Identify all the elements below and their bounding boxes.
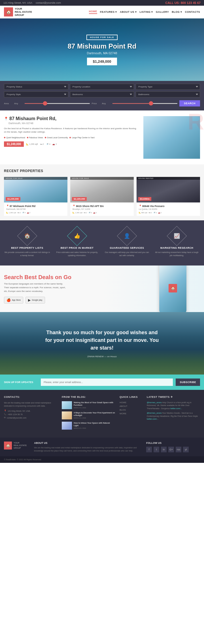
tweet-link-1[interactable]: twitter.com/... — [170, 407, 182, 409]
quick-link-blog[interactable]: BLOG — [120, 409, 142, 411]
quick-link-about[interactable]: ABOUT — [120, 405, 142, 407]
feature-title-4: MARKETING RESEARCH — [154, 246, 200, 249]
stat-sqft-3: 📐 886 sqft — [139, 212, 147, 214]
for-sale-badge: HOUSE FOR SALE — [86, 35, 117, 40]
nav-home[interactable]: HOME — [89, 10, 97, 14]
feature-icon-wrap-2: 👍 — [67, 226, 87, 246]
property-card-stats-2: 📐 1,296 sqft 🛏 2 🚿 5 🚗 3 — [73, 212, 131, 214]
footer-follow-title: FOLLOW US — [146, 442, 200, 444]
footer-contacts-title: CONTACTS: — [4, 396, 57, 398]
youtube-icon[interactable]: yt — [183, 447, 189, 452]
feature-icon-wrap-1: 🏠 — [17, 226, 37, 246]
app-store-label: App Store — [12, 299, 21, 301]
nav-about[interactable]: ABOUT US ▾ — [120, 11, 137, 13]
rss-icon[interactable]: rss — [176, 447, 181, 452]
property-card-body-3: 📍 80646 Via Pessaro La Quinta, CA 92453 … — [137, 202, 200, 216]
app-store-button[interactable]: 🍎 App Store — [4, 297, 23, 304]
footer-tweet-2: @hermes_anora Your Mastico Goods - NeoCa… — [147, 412, 200, 421]
footer-logo[interactable]: 🏠 YOUR REAL ESTATE GROUP — [4, 442, 27, 449]
area-range-input[interactable] — [24, 103, 90, 104]
feature-title-1: BEST PROPERTY LISTS — [4, 246, 50, 249]
thumbsup-icon: 👍 — [74, 233, 80, 239]
testimonial-content: Thank you so much for your good wishes a… — [31, 320, 173, 366]
footer-logo-icon: 🏠 — [4, 442, 12, 449]
signup-section: SIGN UP FOR UPDATES SUBSCRIBE — [0, 375, 204, 390]
nav-gallery[interactable]: GALLERY — [156, 11, 169, 13]
phone-label: CALL US: — [165, 1, 180, 5]
top-bar-email: contact@yoursite.com — [36, 1, 61, 4]
stat-bed-1: 🛏 2 — [18, 212, 21, 214]
tweet-link-2[interactable]: twitter.com/... — [147, 418, 158, 420]
property-price-badge: $1,249,000 — [4, 141, 24, 147]
facebook-icon[interactable]: f — [146, 447, 152, 452]
prop-stat-bed: 🛏 2 — [40, 143, 44, 145]
property-card-address-3: 📍 80646 Via Pessaro — [139, 205, 198, 208]
copyright-text: © RealEstate. © 2022 All Rights Reserved… — [4, 459, 42, 461]
logo-icon: 🏠 — [4, 7, 13, 16]
feature-icon-wrap-4: 📈 — [167, 226, 187, 246]
footer-blog-img-2 — [62, 411, 72, 419]
nav-listing[interactable]: LISTING ▾ — [139, 11, 153, 13]
feature-desc-4: All our marketing researchers today have… — [154, 251, 200, 257]
properties-grid: HOUSE FOR SALE $1,249,000 📍 87 Mishaum P… — [4, 177, 200, 216]
property-card-address-2: 📍 9615 Shore Rd APT BA — [73, 205, 131, 208]
stat-bed-3: 🛏 2 — [149, 212, 152, 214]
stat-bath-2: 🚿 5 — [88, 212, 92, 214]
subscribe-button[interactable]: SUBSCRIBE — [176, 379, 200, 386]
search-bar: Property Status Property Location Proper… — [0, 81, 204, 110]
price-label: Price — [92, 102, 100, 105]
app-title: Search Best Deals on Go — [4, 274, 200, 281]
twitter-icon[interactable]: t — [154, 447, 159, 452]
bathrooms-select[interactable]: Bathrooms — [136, 91, 200, 97]
property-card-city-2: Brooklyn, NY 11209 — [73, 208, 131, 210]
feature-dot-2 — [27, 137, 28, 138]
property-card-name-1: 87 Mishaum Point Rd — [10, 205, 35, 208]
area-range-row: Area Any Price Any SEARCH — [4, 99, 200, 108]
linkedin-icon[interactable]: in — [161, 447, 167, 452]
property-detail-left: 📍 87 Mishaum Point Rd, Dartmouth, MA 027… — [4, 116, 139, 159]
footer-blog-date-3: MARCH 9, 2016 — [74, 427, 115, 429]
chart-icon: 📈 — [174, 233, 180, 239]
property-card-img-1: HOUSE FOR SALE $1,249,000 — [4, 177, 67, 202]
logo[interactable]: 🏠 YOUR REAL ESTATE GROUP — [4, 7, 32, 16]
property-meta: $1,249,000 📐 1,296 sqft 🛏 2 🚿 4 🚗 2 — [4, 141, 139, 147]
pin-icon-1: 📍 — [6, 205, 9, 207]
area-any-label: Any — [14, 102, 23, 105]
stat-garage-2: 🚗 3 — [93, 212, 97, 214]
search-row-1: Property Status Property Location Proper… — [4, 84, 200, 90]
property-card-3[interactable]: HOUSE RENTED $3,449/m 📍 80646 Via Pessar… — [137, 177, 200, 216]
property-card-price-2: $2,189,000 — [72, 197, 87, 201]
property-card-2[interactable]: HOUSE FOR SALE $2,189,000 📍 9615 Shore R… — [70, 177, 134, 216]
footer-quicklinks-title: QUICK LINKS — [120, 396, 142, 398]
feature-desc-1: We provide consumers with a content rich… — [4, 251, 50, 257]
address-icon: 📍 — [4, 410, 7, 412]
property-card-1[interactable]: HOUSE FOR SALE $1,249,000 📍 87 Mishaum P… — [4, 177, 67, 216]
googleplus-icon[interactable]: G+ — [168, 447, 174, 452]
quick-link-more[interactable]: MORE — [120, 412, 142, 415]
property-image-bg — [143, 116, 200, 159]
nav-blog[interactable]: BLOG ▾ — [172, 11, 182, 13]
stat-sqft-2: 📐 1,296 sqft — [73, 212, 82, 214]
search-button[interactable]: SEARCH — [179, 100, 200, 106]
signup-email-input[interactable] — [41, 379, 173, 386]
google-play-label: Google play — [32, 299, 42, 301]
tweet-handle-2: @hermes_anora — [147, 412, 162, 414]
stat-garage-3: 🚗 2 — [158, 212, 162, 214]
footer-contacts-desc: We are the leading real estate and renta… — [4, 401, 57, 407]
google-play-button[interactable]: ▶ Google play — [26, 297, 45, 304]
property-style-select[interactable]: Property Style — [4, 91, 68, 97]
property-status-select[interactable]: Property Status — [4, 84, 68, 90]
quick-link-home[interactable]: HOME — [120, 401, 142, 404]
footer-tweets-col: LATEST TWEETS ✈ @hermes_anora Holy Churc… — [147, 396, 200, 432]
property-type-select[interactable]: Property Type — [136, 84, 200, 90]
nav-features[interactable]: FEATURES ▾ — [100, 11, 117, 13]
signup-label: SIGN UP FOR UPDATES — [4, 381, 38, 384]
footer-copyright: © RealEstate. © 2022 All Rights Reserved… — [0, 456, 204, 463]
price-range-input[interactable] — [112, 103, 178, 104]
property-location-select[interactable]: Property Location — [70, 84, 134, 90]
nav-contacts[interactable]: CONTACTS — [185, 11, 200, 13]
hero-content: HOUSE FOR SALE 87 Mishaum Point Rd Dartm… — [68, 34, 137, 65]
property-card-img-2: HOUSE FOR SALE $2,189,000 — [70, 177, 134, 202]
footer-blog-img-3 — [62, 422, 72, 430]
bedrooms-select[interactable]: Bedrooms — [70, 91, 134, 97]
